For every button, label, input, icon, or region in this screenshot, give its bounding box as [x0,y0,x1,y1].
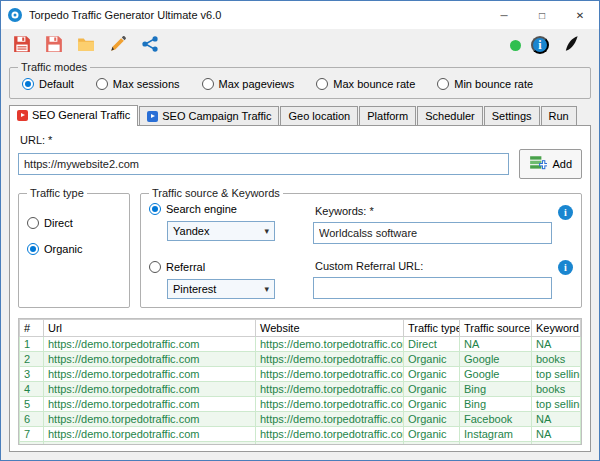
traffic-type-legend: Traffic type [27,187,87,199]
column-header-keyword[interactable]: Keyword [532,320,581,337]
radio-icon [22,78,34,90]
custom-referral-label: Custom Referral URL: [315,260,552,272]
traffic-type-organic[interactable]: Organic [27,243,121,255]
save-all-icon [45,35,63,56]
table-row[interactable]: 7 https://demo.torpedotraffic.com https:… [20,427,581,442]
referral-radio[interactable]: Referral [149,261,299,273]
cell-traffic-source: Instagram [460,427,532,442]
referral-label: Referral [166,261,205,273]
cell-traffic-type: Organic [404,412,460,427]
status-dot [510,40,521,51]
radio-icon [27,243,39,255]
cell-url: https://demo.torpedotraffic.com [44,367,256,382]
maximize-button[interactable]: □ [523,1,561,29]
cell-url: https://demo.torpedotraffic.com [44,337,256,352]
traffic-modes-group: Traffic modes Default Max sessions Max p… [9,61,591,99]
custom-referral-input[interactable] [313,277,552,299]
keywords-column: Keywords: * i Custom Referral URL: i [313,203,573,299]
cell-url: https://demo.torpedotraffic.com [44,382,256,397]
add-button[interactable]: Add [519,149,582,179]
keywords-info-icon[interactable]: i [558,205,573,220]
tab-settings[interactable]: Settings [484,106,540,125]
column-header-url[interactable]: Url [44,320,256,337]
seo-general-icon [17,110,28,121]
url-input[interactable] [18,153,509,175]
open-button[interactable] [73,33,99,57]
cell-number: 8 [20,442,44,446]
pen-button[interactable] [559,33,585,57]
cell-traffic-source: Bing [460,382,532,397]
url-grid: # Url Website Traffic type Traffic sourc… [18,318,582,445]
edit-button[interactable] [105,33,131,57]
traffic-modes-options: Default Max sessions Max pageviews Max b… [18,77,582,92]
tab-scheduler[interactable]: Scheduler [417,106,483,125]
tab-label: Settings [492,110,532,122]
traffic-mode-max-bounce-rate[interactable]: Max bounce rate [316,78,415,90]
traffic-mode-max-pageviews[interactable]: Max pageviews [202,78,295,90]
keywords-label: Keywords: * [315,205,552,217]
table-row[interactable]: 3 https://demo.torpedotraffic.com https:… [20,367,581,382]
search-engine-select[interactable]: Yandex ▾ [167,221,275,241]
referral-select[interactable]: Pinterest ▾ [167,279,275,299]
traffic-source-legend: Traffic source & Keywords [149,187,283,199]
table-row[interactable]: 4 https://demo.torpedotraffic.com https:… [20,382,581,397]
custom-referral-info-icon[interactable]: i [558,260,573,275]
table-row[interactable]: 6 https://demo.torpedotraffic.com https:… [20,412,581,427]
tab-label: SEO General Traffic [32,109,130,121]
search-engine-radio[interactable]: Search engine [149,203,299,215]
table-body: 1 https://demo.torpedotraffic.com https:… [20,337,581,446]
tab-geo-location[interactable]: Geo location [280,106,358,125]
cell-keyword: books [532,352,581,367]
search-engine-label: Search engine [166,203,237,215]
cell-url: https://demo.torpedotraffic.com [44,412,256,427]
save-button[interactable] [9,33,35,57]
cell-keyword: NA [532,337,581,352]
column-header-website[interactable]: Website [256,320,404,337]
cell-traffic-type: Organic [404,382,460,397]
cell-keyword: NA [532,427,581,442]
tab-label: SEO Campaign Traffic [162,110,271,122]
keywords-input[interactable] [313,222,552,244]
cell-website: https://demo.torpedotraffic.com [256,397,404,412]
window-title: Torpedo Traffic Generator Ultimate v6.0 [29,9,485,21]
traffic-mode-label: Max sessions [113,78,180,90]
tab-seo-general-traffic[interactable]: SEO General Traffic [9,105,138,126]
save-all-button[interactable] [41,33,67,57]
column-header-number[interactable]: # [20,320,44,337]
minimize-button[interactable]: ─ [485,1,523,29]
radio-icon [149,261,161,273]
table-row[interactable]: 5 https://demo.torpedotraffic.com https:… [20,397,581,412]
traffic-mode-label: Max bounce rate [333,78,415,90]
traffic-type-label: Organic [44,243,83,255]
cell-traffic-source: NA [460,337,532,352]
cell-keyword: books [532,382,581,397]
table-row[interactable]: 1 https://demo.torpedotraffic.com https:… [20,337,581,352]
chevron-down-icon: ▾ [264,226,269,236]
tab-label: Platform [367,110,408,122]
tab-run[interactable]: Run [541,106,577,125]
traffic-mode-default[interactable]: Default [22,78,74,90]
column-header-traffic-type[interactable]: Traffic type [404,320,460,337]
table-row[interactable]: 2 https://demo.torpedotraffic.com https:… [20,352,581,367]
tab-seo-campaign-traffic[interactable]: SEO Campaign Traffic [139,106,279,125]
pen-icon [563,35,581,56]
traffic-type-label: Direct [44,217,73,229]
share-button[interactable] [137,33,163,57]
info-button[interactable]: i [531,36,549,54]
close-button[interactable]: ✕ [561,1,599,29]
table-row[interactable]: 8 https://demo.torpedotraffic.com https:… [20,442,581,446]
traffic-mode-max-sessions[interactable]: Max sessions [96,78,180,90]
cell-keyword: NA [532,412,581,427]
radio-icon [149,203,161,215]
add-button-label: Add [552,158,572,170]
column-header-traffic-source[interactable]: Traffic source [460,320,532,337]
cell-traffic-type: Organic [404,397,460,412]
traffic-mode-label: Max pageviews [219,78,295,90]
referral-value: Pinterest [173,283,216,295]
source-selectors: Search engine Yandex ▾ Referral Pinteres… [149,203,299,299]
traffic-mode-min-bounce-rate[interactable]: Min bounce rate [437,78,533,90]
tab-platform[interactable]: Platform [359,106,416,125]
cell-traffic-type: Direct [404,337,460,352]
cell-website: https://demo.torpedotraffic.com [256,442,404,446]
traffic-type-direct[interactable]: Direct [27,217,121,229]
